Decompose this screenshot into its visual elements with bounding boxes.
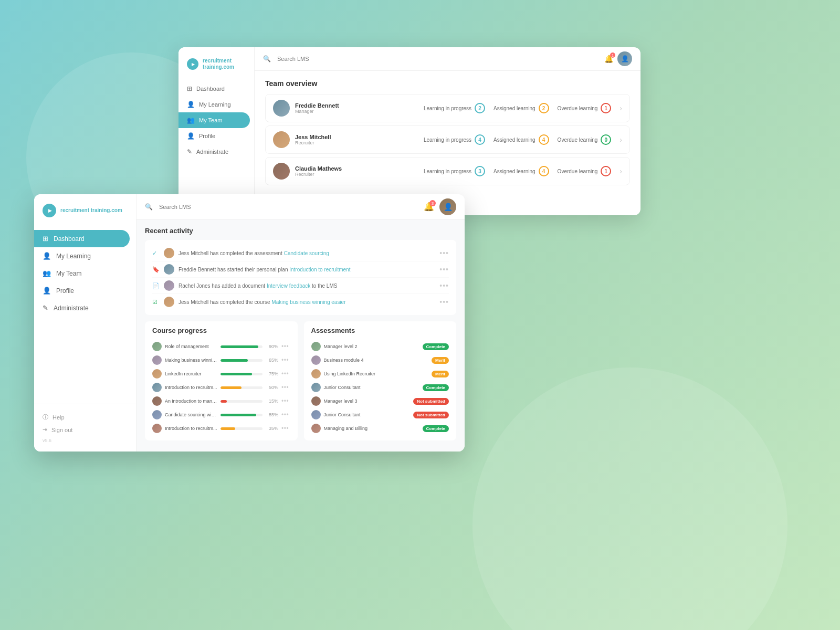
assessment-row-1: Business module 4 Merit	[311, 353, 449, 367]
front-nav-profile[interactable]: 👤 Profile	[34, 282, 136, 299]
course-row-5: Candidate sourcing witho... 85% •••	[152, 408, 290, 422]
course-progress-fill-4	[220, 400, 227, 403]
assessment-avatar-6	[311, 424, 321, 433]
activity-link-2[interactable]: Interview feedback	[267, 283, 310, 289]
activity-dots-3[interactable]: •••	[439, 298, 449, 306]
activity-dots-0[interactable]: •••	[439, 249, 449, 257]
assessment-name-5: Junior Consultant	[324, 412, 411, 417]
team-row-freddie[interactable]: Freddie Bennett Manager Learning in prog…	[265, 94, 630, 122]
course-progress-bar-4	[220, 400, 262, 403]
activity-card: ✓ Jess Mitchell has completed the assess…	[145, 240, 456, 315]
activity-check-icon: ✓	[152, 250, 160, 257]
front-sidebar-footer: ⓘ Help ⇥ Sign out v5.6	[34, 404, 136, 452]
assessment-name-3: Junior Consultant	[324, 385, 419, 390]
course-avatar-6	[152, 424, 162, 433]
freddie-name: Freddie Bennett	[295, 102, 348, 109]
jess-role: Recruiter	[295, 140, 348, 145]
course-pct-2: 75%	[266, 371, 278, 376]
back-nav-dashboard[interactable]: ⊞ Dashboard	[178, 81, 254, 97]
course-progress-title: Course progress	[152, 327, 290, 334]
front-nav-my-learning[interactable]: 👤 My Learning	[34, 247, 136, 265]
activity-link-0[interactable]: Candidate sourcing	[284, 250, 329, 256]
claudia-al-badge: 4	[539, 166, 549, 176]
front-logo: recruitment training.com	[34, 194, 136, 226]
assessment-avatar-4	[311, 396, 321, 406]
front-sidebar: recruitment training.com ⊞ Dashboard 👤 M…	[34, 194, 136, 452]
assessment-avatar-2	[311, 369, 321, 379]
course-progress-bar-5	[220, 414, 262, 416]
course-pct-1: 65%	[266, 358, 278, 363]
front-profile-icon: 👤	[43, 287, 51, 295]
course-name-6: Introduction to recruitm...	[165, 426, 217, 431]
claudia-chevron: ›	[620, 167, 622, 175]
freddie-role: Manager	[295, 109, 348, 114]
course-avatar-2	[152, 369, 162, 379]
course-progress-bar-6	[220, 427, 262, 430]
admin-icon: ✎	[187, 148, 192, 155]
back-nav-administrate[interactable]: ✎ Administrate	[178, 144, 254, 160]
course-name-5: Candidate sourcing witho...	[165, 412, 217, 417]
assessment-name-4: Manager level 3	[324, 398, 411, 404]
activity-link-1[interactable]: Introduction to recruitment	[289, 267, 350, 272]
team-overview-title: Team overview	[265, 79, 630, 88]
sign-out-button[interactable]: ⇥ Sign out	[43, 424, 128, 436]
assessment-badge-6: Complete	[423, 425, 449, 432]
course-pct-5: 85%	[266, 412, 278, 417]
activity-dots-2[interactable]: •••	[439, 281, 449, 290]
course-avatar-1	[152, 355, 162, 365]
front-nav-my-team[interactable]: 👥 My Team	[34, 265, 136, 282]
course-dots-4[interactable]: •••	[281, 397, 289, 405]
back-logo: recruitment training.com	[178, 58, 254, 81]
assessment-name-2: Using LinkedIn Recruiter	[324, 371, 428, 376]
back-nav-my-team[interactable]: 👥 My Team	[178, 112, 250, 128]
assessment-avatar-1	[311, 355, 321, 365]
back-nav-profile[interactable]: 👤 Profile	[178, 128, 254, 144]
course-avatar-4	[152, 396, 162, 406]
back-nav-my-learning[interactable]: 👤 My Learning	[178, 97, 254, 112]
course-progress-fill-6	[220, 427, 235, 430]
course-dots-1[interactable]: •••	[281, 356, 289, 364]
activity-dots-1[interactable]: •••	[439, 265, 449, 274]
team-row-claudia[interactable]: Claudia Mathews Recruiter Learning in pr…	[265, 157, 630, 185]
freddie-ol-badge: 1	[601, 103, 611, 113]
course-dots-0[interactable]: •••	[281, 343, 289, 350]
freddie-stats: Learning in progress 2 Assigned learning…	[348, 103, 620, 113]
jess-overdue: Overdue learning 0	[558, 134, 612, 145]
back-user-avatar[interactable]: 👤	[617, 51, 632, 66]
assessment-row-6: Managing and Billing Complete	[311, 422, 449, 435]
claudia-avatar	[273, 163, 290, 180]
course-progress-bar-2	[220, 373, 262, 375]
assessment-badge-1: Merit	[432, 357, 449, 364]
assessment-row-0: Manager level 2 Complete	[311, 340, 449, 353]
activity-freddie-avatar-1	[164, 264, 174, 275]
jess-learning-progress: Learning in progress 4	[424, 134, 485, 145]
course-dots-2[interactable]: •••	[281, 370, 289, 377]
course-dots-6[interactable]: •••	[281, 425, 289, 432]
front-header-icons: 🔔 3 👤	[424, 198, 456, 215]
jess-stats: Learning in progress 4 Assigned learning…	[348, 134, 620, 145]
back-search-input[interactable]	[277, 51, 598, 66]
activity-link-3[interactable]: Making business winning easier	[271, 299, 345, 305]
assessment-avatar-5	[311, 410, 321, 419]
course-progress-fill-5	[220, 414, 256, 416]
activity-doc-icon: 📄	[152, 282, 160, 289]
profile-icon: 👤	[187, 132, 195, 140]
team-row-jess[interactable]: Jess Mitchell Recruiter Learning in prog…	[265, 125, 630, 154]
course-row-1: Making business winning... 65% •••	[152, 353, 290, 367]
front-nav-administrate[interactable]: ✎ Administrate	[34, 299, 136, 317]
front-nav-dashboard[interactable]: ⊞ Dashboard	[34, 230, 130, 247]
front-content: Recent activity ✓ Jess Mitchell has comp…	[136, 219, 465, 452]
claudia-role: Recruiter	[295, 172, 348, 177]
activity-item-2: 📄 Rachel Jones has added a document Inte…	[152, 278, 449, 294]
course-dots-5[interactable]: •••	[281, 411, 289, 418]
assessment-row-3: Junior Consultant Complete	[311, 381, 449, 394]
front-search-input[interactable]	[159, 199, 417, 215]
course-avatar-3	[152, 383, 162, 392]
front-header: 🔍 🔔 3 👤	[136, 194, 465, 219]
help-button[interactable]: ⓘ Help	[43, 411, 128, 424]
freddie-chevron: ›	[620, 104, 622, 112]
course-row-0: Role of management 90% •••	[152, 340, 290, 353]
assessment-rows: Manager level 2 Complete Business module…	[311, 340, 449, 435]
front-user-avatar[interactable]: 👤	[439, 198, 456, 215]
course-dots-3[interactable]: •••	[281, 384, 289, 391]
